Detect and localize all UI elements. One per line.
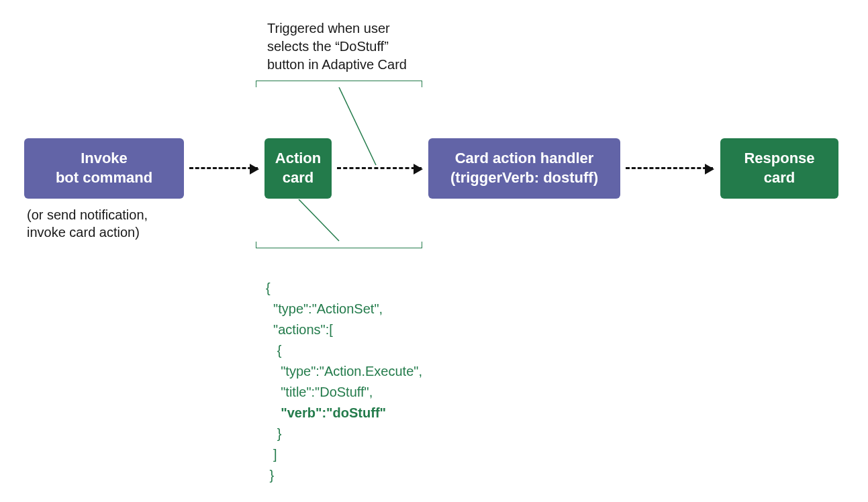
- arrow-action-to-handler: [337, 167, 422, 169]
- node-action-line2: card: [283, 169, 314, 186]
- code-l6: "title":"DoStuff",: [266, 385, 373, 399]
- callout-leader-top: [336, 87, 383, 166]
- code-bracket-bottom: [256, 242, 422, 248]
- arrow-invoke-to-action: [189, 167, 258, 169]
- callout-line2: selects the “DoStuff”: [267, 39, 389, 54]
- code-l1: {: [266, 281, 271, 295]
- node-response-card: Response card: [720, 138, 838, 199]
- invoke-subtext-line2: invoke card action): [27, 225, 140, 240]
- node-action-line1: Action: [275, 150, 321, 166]
- node-action-card: Action card: [264, 138, 332, 199]
- action-card-json: { "type":"ActionSet", "actions":[ { "typ…: [266, 257, 422, 486]
- code-l10: }: [266, 468, 274, 483]
- invoke-subtext: (or send notification, invoke card actio…: [27, 206, 148, 241]
- node-invoke-line2: bot command: [56, 169, 152, 186]
- code-l9: ]: [266, 447, 277, 462]
- callout-trigger-text: Triggered when user selects the “DoStuff…: [267, 19, 407, 74]
- node-invoke-line1: Invoke: [81, 150, 128, 166]
- invoke-subtext-line1: (or send notification,: [27, 207, 148, 222]
- node-handler-line1: Card action handler: [455, 150, 594, 166]
- code-l8: }: [266, 426, 281, 441]
- code-l2: "type":"ActionSet",: [266, 301, 383, 316]
- callout-line3: button in Adaptive Card: [267, 57, 407, 72]
- code-leader-bottom: [295, 199, 342, 242]
- code-l3: "actions":[: [266, 322, 333, 337]
- code-l7p: [266, 405, 281, 420]
- node-card-action-handler: Card action handler (triggerVerb: dostuf…: [428, 138, 620, 199]
- node-handler-line2: (triggerVerb: dostuff): [450, 169, 598, 186]
- arrow-handler-to-response: [626, 167, 713, 169]
- code-l5: "type":"Action.Execute",: [266, 364, 422, 379]
- diagram-canvas: Invoke bot command (or send notification…: [0, 0, 868, 502]
- svg-line-0: [339, 87, 376, 165]
- node-response-line1: Response: [744, 150, 814, 166]
- callout-line1: Triggered when user: [267, 21, 390, 36]
- node-invoke-bot-command: Invoke bot command: [24, 138, 184, 199]
- node-response-line2: card: [764, 169, 795, 186]
- code-l4: {: [266, 343, 281, 358]
- callout-bracket-top: [256, 81, 422, 87]
- svg-line-1: [299, 199, 339, 241]
- code-l7b: "verb":"doStuff": [281, 405, 386, 420]
